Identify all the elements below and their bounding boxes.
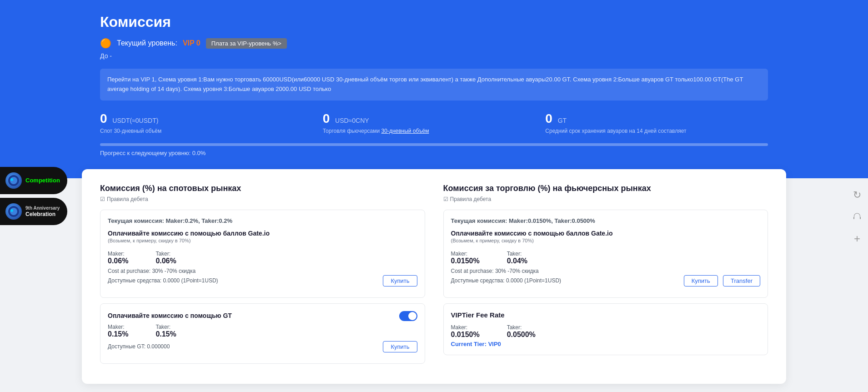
spot-gate-toggle-row: Оплачивайте комиссию с помощью баллов Ga… [108,230,417,248]
vip-row: 🟠 Текущий уровень: VIP 0 Плата за VIP-ур… [100,38,768,49]
spot-gate-rates: Maker: 0.06% Taker: 0.06% [108,251,417,265]
refresh-icon[interactable]: ↻ [850,188,864,202]
futures-gate-transfer-button[interactable]: Transfer [723,275,760,286]
page-title: Комиссия [100,14,768,30]
anniversary-icon [5,203,22,220]
blue-section: Комиссия 🟠 Текущий уровень: VIP 0 Плата … [0,0,868,178]
futures-gate-cost: Cost at purchase: 30% -70% скидка [451,268,761,274]
stat-futures-label: Торговля фьючерсами 30-дневный объём [323,128,546,134]
stat-gt-label: Средний срок хранения авуаров на 14 дней… [545,128,768,134]
svg-point-5 [10,209,13,212]
spot-gate-cost: Cost at purchase: 30% -70% скидка [108,268,417,274]
futures-gate-rates: Maker: 0.0150% Taker: 0.04% [451,251,761,265]
stat-futures: 0 USD≈0CNY Торговля фьючерсами 30-дневны… [323,111,546,134]
vip-info-box: Перейти на VIP 1, Схема уровня 1:Вам нуж… [100,69,768,101]
spot-current-commission: Текущая комиссия: Maker:0.2%, Taker:0.2% [108,217,417,224]
stats-row: 0 USDT(≈0USDT) Спот 30-дневный объём 0 U… [100,111,768,134]
spot-gt-card: Оплачивайте комиссию с помощью GT Maker:… [100,303,425,364]
futures-gate-pay-title: Оплачивайте комиссию с помощью баллов Ga… [451,230,613,237]
svg-point-2 [10,178,13,181]
stat-gt-value: 0 GT [545,111,768,126]
stat-spot: 0 USDT(≈0USDT) Спот 30-дневный объём [100,111,323,134]
spot-gate-pay-title: Оплачивайте комиссию с помощью баллов Ga… [108,230,270,237]
right-sidebar: ↻ + [846,182,868,251]
futures-gate-toggle-row: Оплачивайте комиссию с помощью баллов Ga… [451,230,761,248]
until-text: До - [100,52,768,60]
stat-futures-value: 0 USD≈0CNY [323,111,546,126]
progress-text: Прогресс к следующему уровню: 0.0% [100,150,768,156]
commission-grid: Комиссия (%) на спотовых рынках ☑ Правил… [100,184,768,369]
vip-tier-section: VIPTier Fee Rate Maker: 0.0150% Taker: 0… [443,303,768,355]
spot-gt-buy-button[interactable]: Купить [383,341,417,352]
competition-label: Competition [25,177,60,184]
spot-gt-taker: Taker: 0.15% [156,324,176,338]
plus-icon[interactable]: + [850,231,864,246]
vip-tier-maker: Maker: 0.0150% [451,324,480,339]
vip-current-tier: Current Tier: VIP0 [451,341,761,347]
futures-gate-points-card: Текущая комиссия: Maker:0.0150%, Taker:0… [443,210,768,298]
futures-link[interactable]: 30-дневный объём [381,128,429,134]
futures-gate-buy-button[interactable]: Купить [684,275,718,286]
futures-commission-col: Комиссия за торговлю (%) на фьючерсных р… [443,184,768,369]
spot-commission-col: Комиссия (%) на спотовых рынках ☑ Правил… [100,184,425,369]
spot-gate-available: Доступные средства: 0.0000 (1Point=1USD)… [108,275,417,286]
anniversary-widget[interactable]: 9th Anniversary Celebration [0,198,67,225]
competition-widget[interactable]: Competition [0,167,67,194]
vip-info-text: Перейти на VIP 1, Схема уровня 1:Вам нуж… [107,76,743,92]
spot-gate-maker: Maker: 0.06% [108,251,128,265]
vip-tier-taker: Taker: 0.0500% [507,324,536,339]
spot-gate-pay-title-group: Оплачивайте комиссию с помощью баллов Ga… [108,230,270,248]
spot-gt-rates: Maker: 0.15% Taker: 0.15% [108,324,417,338]
vip-fee-button[interactable]: Плата за VIP-уровень %> [206,38,287,49]
vip-current-tier-value: VIP0 [488,341,501,347]
progress-bar-bg [100,143,768,146]
anniversary-text: 9th Anniversary Celebration [25,206,60,217]
futures-gate-maker: Maker: 0.0150% [451,251,480,265]
anniversary-line2: Celebration [25,211,60,217]
vip-label: Текущий уровень: [117,39,177,47]
spot-gt-toggle[interactable] [399,311,417,321]
spot-gate-buy-button[interactable]: Купить [383,275,417,286]
stat-spot-value: 0 USDT(≈0USDT) [100,111,323,126]
spot-gt-maker: Maker: 0.15% [108,324,128,338]
spot-title: Комиссия (%) на спотовых рынках [100,184,425,193]
progress-container: Прогресс к следующему уровню: 0.0% [100,143,768,156]
anniversary-line1: 9th Anniversary [25,206,60,211]
spot-gate-points-card: Текущая комиссия: Maker:0.2%, Taker:0.2%… [100,210,425,298]
sidebar-widgets: Competition 9th Anniversary Celebration [0,167,67,225]
stat-gt: 0 GT Средний срок хранения авуаров на 14… [545,111,768,134]
futures-gate-taker: Taker: 0.04% [507,251,527,265]
vip-emoji: 🟠 [100,38,111,49]
svg-rect-7 [860,217,861,219]
vip-tier-rates: Maker: 0.0150% Taker: 0.0500% [451,324,761,339]
spot-gate-pay-subtitle: (Возьмем, к примеру, скидку в 70%) [108,238,270,243]
main-content: Комиссия 🟠 Текущий уровень: VIP 0 Плата … [0,0,868,384]
commission-section: Комиссия (%) на спотовых рынках ☑ Правил… [82,169,786,384]
headset-icon[interactable] [850,210,864,224]
spot-debit-rules[interactable]: ☑ Правила дебета [100,196,425,202]
spot-gate-taker: Taker: 0.06% [156,251,176,265]
competition-icon [5,172,22,189]
futures-gate-pay-title-group: Оплачивайте комиссию с помощью баллов Ga… [451,230,613,248]
futures-debit-rules[interactable]: ☑ Правила дебета [443,196,768,202]
vip-tier-title: VIPTier Fee Rate [451,311,761,319]
futures-current-commission: Текущая комиссия: Maker:0.0150%, Taker:0… [451,217,761,224]
vip-level: VIP 0 [183,39,201,47]
spot-gt-available: Доступные GT: 0.000000 Купить [108,341,417,352]
stat-spot-label: Спот 30-дневный объём [100,128,323,134]
spot-gt-pay-title: Оплачивайте комиссию с помощью GT [108,312,232,319]
futures-gate-available: Доступные средства: 0.0000 (1Point=1USD)… [451,275,761,286]
svg-rect-6 [853,217,854,219]
competition-text: Competition [25,177,60,184]
futures-gate-pay-subtitle: (Возьмем, к примеру, скидку в 70%) [451,238,613,243]
spot-gt-toggle-row: Оплачивайте комиссию с помощью GT [108,311,417,321]
futures-title: Комиссия за торговлю (%) на фьючерсных р… [443,184,768,193]
